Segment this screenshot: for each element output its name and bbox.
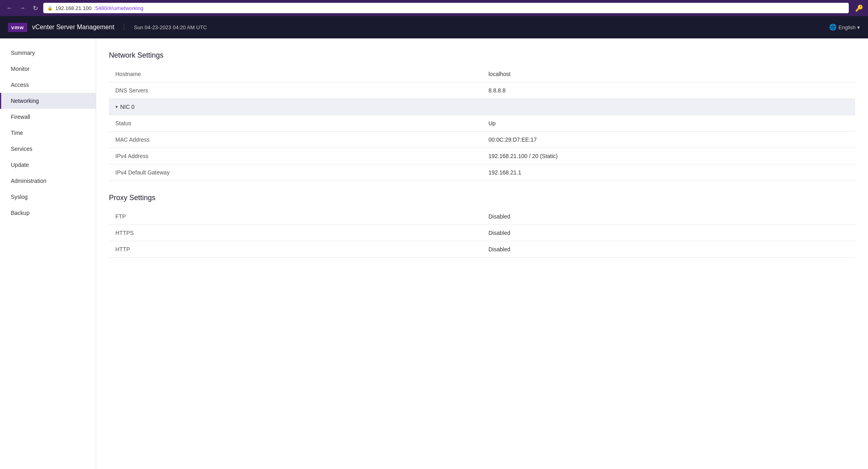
table-row: Status Up [109, 115, 855, 132]
address-bar[interactable]: 🔒 192.168.21.100 :5480/#/ui/networking [43, 3, 849, 13]
vmw-logo: vmw [8, 23, 27, 32]
dns-servers-value: 8.8.8.8 [482, 82, 856, 99]
mac-address-value: 00:0C:29:D7:EE:17 [482, 132, 856, 148]
ipv4-address-label: IPv4 Address [109, 148, 482, 164]
sidebar-item-syslog[interactable]: Syslog [0, 189, 96, 205]
sidebar: Summary Monitor Access Networking Firewa… [0, 38, 96, 469]
hostname-value: localhost [482, 66, 856, 82]
app-datetime: Sun 04-23-2023 04:20 AM UTC [124, 24, 829, 30]
sidebar-item-administration[interactable]: Administration [0, 173, 96, 189]
https-label: HTTPS [109, 225, 482, 241]
status-value: Up [482, 115, 856, 132]
nic-label: NIC 0 [120, 104, 135, 110]
https-value: Disabled [482, 225, 856, 241]
nic-header-cell: ▾ NIC 0 [109, 99, 855, 115]
key-icon: 🔑 [855, 4, 863, 12]
table-row: DNS Servers 8.8.8.8 [109, 82, 855, 99]
network-settings-table: Hostname localhost DNS Servers 8.8.8.8 ▾… [109, 66, 855, 181]
sidebar-item-monitor[interactable]: Monitor [0, 61, 96, 77]
sidebar-item-networking[interactable]: Networking [0, 93, 96, 109]
ipv4-gateway-label: IPv4 Default Gateway [109, 164, 482, 181]
sidebar-item-time[interactable]: Time [0, 125, 96, 141]
lock-icon: 🔒 [47, 6, 53, 11]
chevron-down-icon: ▾ [857, 24, 860, 30]
forward-button[interactable]: → [18, 3, 27, 13]
http-value: Disabled [482, 241, 856, 258]
dns-servers-label: DNS Servers [109, 82, 482, 99]
ftp-label: FTP [109, 208, 482, 225]
app-header: vmw vCenter Server Management Sun 04-23-… [0, 16, 868, 38]
status-label: Status [109, 115, 482, 132]
language-label: English [838, 24, 856, 30]
url-port-path: :5480/#/ui/networking [94, 5, 143, 11]
main-layout: Summary Monitor Access Networking Firewa… [0, 38, 868, 469]
table-row: HTTPS Disabled [109, 225, 855, 241]
ipv4-address-value: 192.168.21.100 / 20 (Static) [482, 148, 856, 164]
sidebar-item-update[interactable]: Update [0, 157, 96, 173]
table-row: IPv4 Default Gateway 192.168.21.1 [109, 164, 855, 181]
browser-chrome: ← → ↻ 🔒 192.168.21.100 :5480/#/ui/networ… [0, 0, 868, 16]
proxy-settings-table: FTP Disabled HTTPS Disabled HTTP Disable… [109, 208, 855, 258]
sidebar-item-backup[interactable]: Backup [0, 205, 96, 221]
table-row: MAC Address 00:0C:29:D7:EE:17 [109, 132, 855, 148]
ipv4-gateway-value: 192.168.21.1 [482, 164, 856, 181]
refresh-button[interactable]: ↻ [30, 3, 40, 13]
nic-header-row: ▾ NIC 0 [109, 99, 855, 115]
hostname-label: Hostname [109, 66, 482, 82]
mac-address-label: MAC Address [109, 132, 482, 148]
language-selector[interactable]: 🌐 English ▾ [829, 24, 860, 31]
url-host: 192.168.21.100 [55, 5, 91, 11]
proxy-settings-title: Proxy Settings [109, 194, 855, 202]
table-row: IPv4 Address 192.168.21.100 / 20 (Static… [109, 148, 855, 164]
sidebar-item-firewall[interactable]: Firewall [0, 109, 96, 125]
sidebar-item-summary[interactable]: Summary [0, 45, 96, 61]
back-button[interactable]: ← [5, 3, 14, 13]
sidebar-item-services[interactable]: Services [0, 141, 96, 157]
nic-toggle[interactable]: ▾ NIC 0 [115, 104, 849, 110]
chevron-down-icon: ▾ [115, 104, 118, 110]
sidebar-item-access[interactable]: Access [0, 77, 96, 93]
globe-icon: 🌐 [829, 24, 837, 31]
content-area: Network Settings Hostname localhost DNS … [96, 38, 868, 469]
table-row: Hostname localhost [109, 66, 855, 82]
http-label: HTTP [109, 241, 482, 258]
table-row: FTP Disabled [109, 208, 855, 225]
network-settings-title: Network Settings [109, 51, 855, 60]
table-row: HTTP Disabled [109, 241, 855, 258]
app-title: vCenter Server Management [32, 24, 124, 31]
ftp-value: Disabled [482, 208, 856, 225]
